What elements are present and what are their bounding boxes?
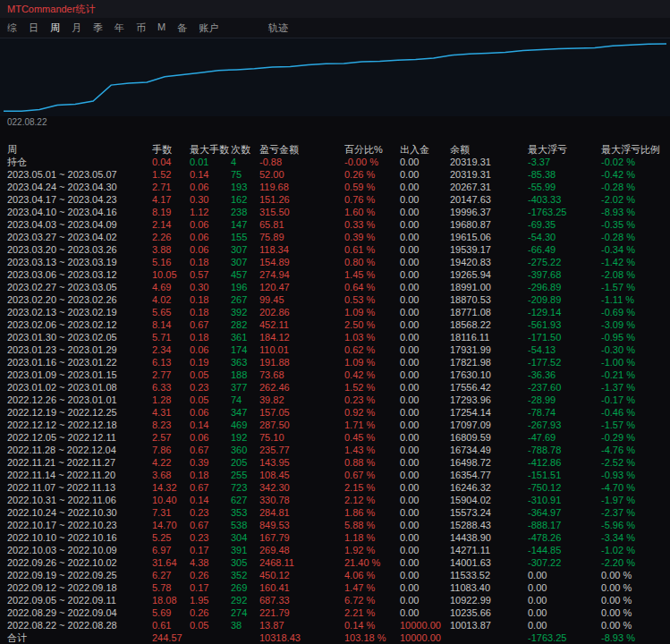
- table-row[interactable]: 2022.10.03 ~ 2022.10.096.970.17391269.48…: [0, 544, 670, 556]
- cell-max-float-loss: -151.51: [528, 469, 601, 481]
- table-row[interactable]: 2023.02.27 ~ 2023.03.054.690.30196120.47…: [0, 281, 670, 293]
- table-row[interactable]: 2023.03.20 ~ 2023.03.263.880.06307118.34…: [0, 243, 670, 256]
- cell-lots: 5.25: [152, 531, 190, 544]
- cell-lots: 6.33: [152, 381, 190, 394]
- cell-pnl: 269.48: [259, 544, 344, 556]
- cell-max-lots: 0.39: [190, 456, 231, 469]
- menu-item-4[interactable]: 季: [93, 21, 103, 35]
- table-row[interactable]: 2022.09.12 ~ 2022.09.185.780.17269160.41…: [0, 581, 670, 594]
- table-row[interactable]: 2022.12.26 ~ 2023.01.011.280.057439.820.…: [0, 394, 670, 406]
- cell-max-float-loss: -310.91: [528, 494, 601, 506]
- cell-max-float-loss-pct: -4.76 %: [601, 444, 670, 456]
- table-row[interactable]: 2023.05.01 ~ 2023.05.071.520.147552.000.…: [0, 168, 670, 181]
- table-row[interactable]: 2022.08.22 ~ 2022.08.280.610.053813.870.…: [0, 619, 670, 631]
- cell-pct: 1.47 %: [344, 581, 400, 594]
- cell-balance: 18568.22: [450, 318, 528, 331]
- cell-max-float-loss: -144.85: [528, 544, 601, 556]
- table-row[interactable]: 2022.11.28 ~ 2022.12.047.860.67360235.77…: [0, 444, 670, 456]
- cell-count: 377: [231, 381, 259, 394]
- menu-item-7[interactable]: M: [157, 21, 165, 35]
- cell-max-float-loss-pct: -2.52 %: [601, 456, 670, 469]
- cell-pnl: 154.89: [259, 256, 344, 268]
- table-row[interactable]: 2022.11.14 ~ 2022.11.203.680.18255108.45…: [0, 469, 670, 481]
- cell-max-float-loss-pct: -0.28 %: [601, 231, 670, 243]
- cell-in-out: 0.00: [400, 243, 450, 256]
- table-row[interactable]: 2023.04.24 ~ 2023.04.302.710.06193119.68…: [0, 181, 670, 193]
- cell-count: 353: [231, 506, 259, 519]
- cell-in-out: 0.00: [400, 356, 450, 369]
- cell-count: 75: [231, 168, 259, 181]
- menu-item-1[interactable]: 日: [29, 21, 38, 35]
- cell-balance: 17293.96: [450, 394, 528, 406]
- cell-max-float-loss-pct: -1.00 %: [601, 356, 670, 369]
- table-row[interactable]: 2022.08.29 ~ 2022.09.045.690.26274221.79…: [0, 606, 670, 619]
- table-row[interactable]: 2023.03.13 ~ 2023.03.195.160.18307154.89…: [0, 256, 670, 268]
- table-row[interactable]: 2023.02.06 ~ 2023.02.128.140.67282452.11…: [0, 318, 670, 331]
- cell-max-float-loss-pct: -0.21 %: [601, 369, 670, 381]
- table-row[interactable]: 2023.04.03 ~ 2023.04.092.140.0614765.810…: [0, 218, 670, 231]
- table-row[interactable]: 2022.12.05 ~ 2022.12.112.570.0619275.100…: [0, 431, 670, 444]
- cell-in-out: 0.00: [400, 268, 450, 281]
- cell-pnl: 151.26: [259, 193, 344, 206]
- table-row-total[interactable]: 合计244.5710318.43103.18 %10000.00-1763.25…: [0, 631, 670, 644]
- cell-pnl: 75.89: [259, 231, 344, 243]
- cell-balance: 16809.59: [450, 431, 528, 444]
- cell-in-out: 0.00: [400, 531, 450, 544]
- cell-lots: 8.14: [152, 318, 190, 331]
- menu-item-5[interactable]: 年: [114, 21, 124, 35]
- menu-item-trace[interactable]: 轨迹: [268, 21, 288, 35]
- menu-item-3[interactable]: 月: [72, 21, 81, 35]
- table-row[interactable]: 2023.03.06 ~ 2023.03.1210.050.57457274.9…: [0, 268, 670, 281]
- table-row[interactable]: 2022.10.24 ~ 2022.10.307.310.23353284.81…: [0, 506, 670, 519]
- cell-max-float-loss-pct: -8.93 %: [601, 631, 670, 644]
- cell-max-float-loss: -171.50: [528, 331, 601, 343]
- cell-max-lots: 0.26: [190, 569, 231, 581]
- menu-item-9[interactable]: 账户: [199, 21, 218, 35]
- table-row[interactable]: 2023.02.20 ~ 2023.02.264.020.1826799.450…: [0, 293, 670, 306]
- cell-lots: 3.88: [152, 243, 190, 256]
- table-row[interactable]: 2023.01.16 ~ 2023.01.226.130.19363191.88…: [0, 356, 670, 369]
- cell-count: 352: [231, 569, 259, 581]
- table-row[interactable]: 2023.04.17 ~ 2023.04.234.170.30162151.26…: [0, 193, 670, 206]
- table-row[interactable]: 2023.04.10 ~ 2023.04.168.191.12238315.50…: [0, 206, 670, 218]
- cell-period: 2023.01.09 ~ 2023.01.15: [7, 369, 152, 381]
- cell-lots: 5.16: [152, 256, 190, 268]
- cell-pct: 0.39 %: [344, 231, 400, 243]
- table-row[interactable]: 2023.01.09 ~ 2023.01.152.770.0518873.680…: [0, 369, 670, 381]
- equity-chart[interactable]: [0, 38, 670, 116]
- cell-max-lots: 0.17: [190, 544, 231, 556]
- table-row[interactable]: 2022.09.19 ~ 2022.09.256.270.26352450.12…: [0, 569, 670, 581]
- table-row[interactable]: 2023.01.02 ~ 2023.01.086.330.23377262.46…: [0, 381, 670, 394]
- menu-item-2[interactable]: 周: [50, 21, 60, 35]
- table-row[interactable]: 2023.01.23 ~ 2023.01.292.340.06174110.01…: [0, 343, 670, 356]
- cell-balance: 16734.49: [450, 444, 528, 456]
- cell-lots: 4.17: [152, 193, 190, 206]
- cell-max-lots: 0.30: [190, 193, 231, 206]
- table-row[interactable]: 2023.02.13 ~ 2023.02.195.650.18392202.86…: [0, 306, 670, 318]
- cell-max-float-loss-pct: -1.02 %: [601, 544, 670, 556]
- table-row[interactable]: 2023.03.27 ~ 2023.04.022.260.0615575.890…: [0, 231, 670, 243]
- cell-pct: 2.50 %: [344, 318, 400, 331]
- cell-max-lots: 0.06: [190, 218, 231, 231]
- table-row[interactable]: 2022.12.19 ~ 2022.12.254.310.06347157.05…: [0, 406, 670, 419]
- table-row[interactable]: 2022.09.26 ~ 2022.10.0231.644.383052468.…: [0, 556, 670, 569]
- table-row[interactable]: 2022.10.17 ~ 2022.10.2314.700.67538849.5…: [0, 519, 670, 531]
- cell-max-float-loss: 0.00: [528, 606, 601, 619]
- menu-item-8[interactable]: 备: [177, 21, 187, 35]
- cell-count: 627: [231, 494, 259, 506]
- cell-max-float-loss-pct: -1.11 %: [601, 293, 670, 306]
- table-row-position[interactable]: 持仓0.040.014-0.88-0.00 %0.0020319.31-3.37…: [0, 156, 670, 168]
- table-row[interactable]: 2022.10.10 ~ 2022.10.165.250.23304167.79…: [0, 531, 670, 544]
- cell-in-out: 0.00: [400, 218, 450, 231]
- table-row[interactable]: 2022.09.05 ~ 2022.09.1118.081.95292687.3…: [0, 594, 670, 606]
- table-row[interactable]: 2022.11.07 ~ 2022.11.1314.320.67723342.3…: [0, 481, 670, 494]
- menu-item-0[interactable]: 综: [7, 21, 17, 35]
- cell-in-out: 0.00: [400, 506, 450, 519]
- table-row[interactable]: 2023.01.30 ~ 2023.02.055.710.18361184.12…: [0, 331, 670, 343]
- cell-max-float-loss-pct: -2.37 %: [601, 506, 670, 519]
- menu-item-6[interactable]: 币: [136, 21, 146, 35]
- table-row[interactable]: 2022.12.12 ~ 2022.12.188.230.14469287.50…: [0, 419, 670, 431]
- titlebar[interactable]: MTCommander统计: [0, 0, 670, 18]
- table-row[interactable]: 2022.10.31 ~ 2022.11.0610.400.14627330.7…: [0, 494, 670, 506]
- table-row[interactable]: 2022.11.21 ~ 2022.11.274.220.39205143.95…: [0, 456, 670, 469]
